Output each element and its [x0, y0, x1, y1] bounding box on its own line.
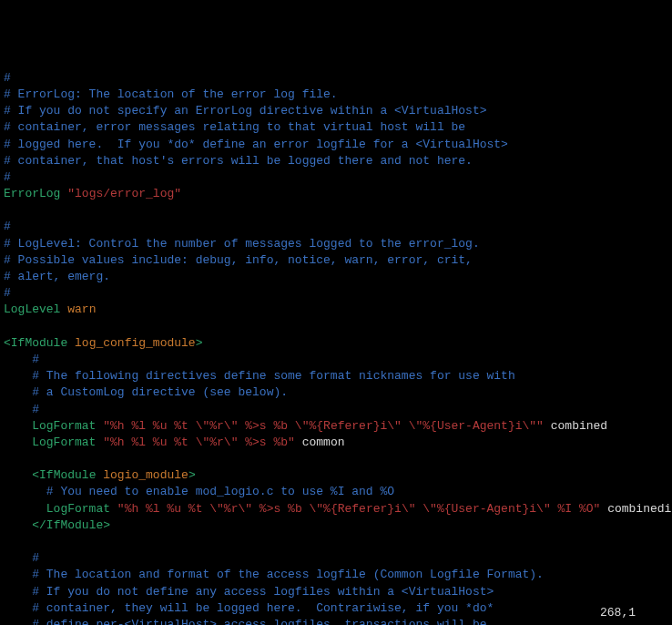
- directive-value: warn: [67, 302, 96, 316]
- bracket: >: [196, 336, 203, 350]
- directive-value: "%h %l %u %t \"%r\" %>s %b \"%{Referer}i…: [103, 419, 544, 433]
- bracket: <: [4, 336, 11, 350]
- format-name: combined: [551, 419, 607, 433]
- directive-logformat: LogFormat: [4, 502, 110, 516]
- ifmodule-open-tag: IfModule: [11, 336, 67, 350]
- comment-line: # container, they will be logged here. C…: [4, 601, 494, 615]
- module-name: log_config_module: [75, 336, 196, 350]
- directive-value: "logs/error_log": [67, 187, 181, 200]
- comment-line: # container, that host's errors will be …: [4, 154, 473, 168]
- comment-line: # container, error messages relating to …: [4, 120, 465, 134]
- comment-line: #: [4, 170, 11, 184]
- directive-loglevel: LogLevel: [4, 302, 60, 316]
- comment-line: #: [4, 551, 39, 565]
- comment-line: # logged here. If you *do* define an err…: [4, 138, 508, 151]
- cursor-position-status: 268,1: [600, 605, 636, 621]
- comment-line: # If you do not specify an ErrorLog dire…: [4, 104, 487, 118]
- directive-value: "%h %l %u %t \"%r\" %>s %b \"%{Referer}i…: [117, 502, 601, 516]
- format-name: common: [302, 435, 345, 449]
- bracket: >: [103, 518, 110, 532]
- bracket: <: [32, 468, 39, 482]
- ifmodule-open-tag: IfModule: [39, 468, 96, 482]
- directive-value: "%h %l %u %t \"%r\" %>s %b": [103, 435, 295, 449]
- code-editor[interactable]: # # ErrorLog: The location of the error …: [4, 70, 668, 625]
- module-name: logio_module: [103, 468, 188, 482]
- comment-line: #: [4, 353, 39, 366]
- comment-line: #: [4, 403, 39, 416]
- comment-line: #: [4, 286, 11, 300]
- comment-line: # ErrorLog: The location of the error lo…: [4, 87, 338, 101]
- comment-line: # a CustomLog directive (see below).: [4, 385, 288, 399]
- comment-line: # If you do not define any access logfil…: [4, 585, 494, 599]
- comment-line: # The location and format of the access …: [4, 568, 544, 581]
- comment-line: #: [4, 220, 11, 233]
- directive-logformat: LogFormat: [4, 435, 96, 449]
- comment-line: # The following directives define some f…: [4, 369, 515, 383]
- bracket: >: [188, 468, 196, 482]
- indent: [4, 518, 32, 532]
- format-name: combinedio: [607, 502, 672, 516]
- bracket: </: [32, 518, 46, 532]
- comment-line: # LogLevel: Control the number of messag…: [4, 237, 480, 251]
- comment-line: #: [4, 71, 11, 85]
- comment-line: # alert, emerg.: [4, 270, 110, 283]
- comment-line: # Possible values include: debug, info, …: [4, 253, 473, 267]
- indent: [4, 468, 32, 482]
- directive-logformat: LogFormat: [4, 419, 96, 433]
- comment-line: # You need to enable mod_logio.c to use …: [4, 485, 394, 498]
- directive-errorlog: ErrorLog: [4, 187, 60, 200]
- comment-line: # define per-<VirtualHost> access logfil…: [4, 618, 487, 625]
- ifmodule-close-tag: IfModule: [46, 518, 103, 532]
